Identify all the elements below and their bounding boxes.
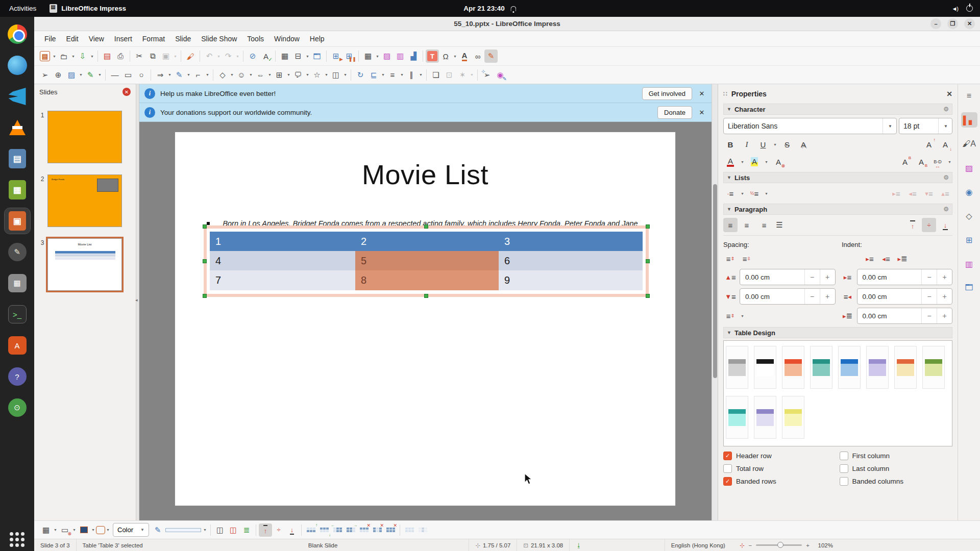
line-spacing-icon[interactable]: ≡⇕ [723, 309, 738, 323]
curve-dropdown[interactable]: ▼ [186, 68, 191, 82]
font-size-combobox[interactable]: 18 pt▼ [899, 118, 952, 134]
views-dropdown[interactable]: ▼ [305, 49, 310, 63]
table-style-option[interactable] [838, 346, 861, 389]
zoom-pan-icon[interactable]: ⊕ [52, 68, 65, 82]
dock-libreoffice-writer[interactable]: ▤ [5, 146, 30, 171]
block-arrows-dropdown[interactable]: ▼ [267, 68, 273, 82]
insert-row-below-icon[interactable]: ↓ [317, 523, 331, 537]
table-cell[interactable]: 7 [210, 270, 355, 290]
select-table-icon[interactable] [403, 523, 416, 537]
table-dropdown[interactable]: ▼ [375, 49, 380, 63]
redo-icon[interactable]: ↷ [222, 49, 235, 63]
tab-animation[interactable]: ▥ [961, 256, 977, 271]
notification-1-close-icon[interactable]: ✕ [697, 89, 706, 98]
paste-icon[interactable]: ▣ [159, 49, 173, 63]
zoom-percentage[interactable]: 102% [814, 542, 833, 548]
align-justify-icon[interactable]: ☰ [772, 218, 787, 232]
menu-view[interactable]: View [84, 33, 109, 45]
header-row-checkbox[interactable]: ✓Header row [723, 452, 837, 460]
ellipse-icon[interactable]: ○ [135, 68, 148, 82]
focused-app[interactable]: LibreOffice Impress [50, 4, 126, 13]
table-cell-selected[interactable]: 8 [355, 270, 499, 290]
callouts-dropdown[interactable]: ▼ [305, 68, 310, 82]
unordered-list-dropdown[interactable]: ▼ [740, 187, 745, 200]
shadow-text-icon[interactable]: A [796, 137, 811, 152]
demote-icon[interactable]: ▸≡ [889, 186, 903, 201]
handle-bottom-right[interactable] [646, 294, 650, 298]
dock-chrome[interactable] [5, 21, 30, 47]
indent-before-minus[interactable]: − [921, 269, 937, 285]
connector-icon[interactable]: ⌐ [191, 68, 205, 82]
paragraph-section-header[interactable]: ▼Paragraph ⚙ [723, 204, 952, 215]
slide-page[interactable]: Movie List Born in Los Angeles, Bridget … [175, 132, 676, 506]
menu-window[interactable]: Window [269, 33, 305, 45]
borders-icon[interactable] [96, 526, 105, 534]
unordered-list-icon[interactable]: ∙≡ [723, 186, 738, 201]
special-character-icon[interactable]: Ω [439, 49, 452, 63]
hyperlink-icon[interactable]: ∞ [471, 49, 484, 63]
table-style-option[interactable] [726, 346, 748, 389]
fontwork-icon[interactable]: A [458, 49, 471, 63]
stars-icon[interactable]: ☆ [310, 68, 324, 82]
insert-media-icon[interactable]: ▥ [394, 49, 407, 63]
increase-font-size-icon[interactable]: A [922, 137, 936, 152]
arrange-dropdown[interactable]: ▼ [399, 68, 405, 82]
lists-settings-icon[interactable]: ⚙ [943, 174, 949, 181]
select-icon[interactable]: ➢ [38, 68, 52, 82]
tab-styles[interactable]: 🖌A [961, 136, 977, 152]
table-cell[interactable]: 3 [499, 232, 643, 251]
undo-icon[interactable]: ↶ [203, 49, 216, 63]
total-row-checkbox[interactable]: Total row [723, 464, 837, 473]
window-title-bar[interactable]: 55_10.pptx - LibreOffice Impress – ❐ ✕ [34, 17, 980, 31]
table-style-option[interactable] [922, 346, 945, 389]
new-dropdown[interactable]: ▼ [52, 49, 57, 63]
table-style-option[interactable] [866, 346, 889, 389]
character-settings-icon[interactable]: ⚙ [943, 106, 949, 113]
handle-top-left[interactable] [203, 224, 207, 229]
area-style-select[interactable]: Color▼ [113, 523, 149, 537]
handle-bottom-center[interactable] [424, 294, 428, 298]
paste-dropdown[interactable]: ▼ [173, 49, 178, 63]
crop-icon[interactable]: ⊡ [443, 68, 456, 82]
spacing-below-field[interactable]: 0.00 cm − + [740, 288, 836, 305]
vscroll-thumb[interactable] [713, 184, 717, 378]
first-column-checkbox[interactable]: First column [840, 452, 953, 460]
table-style-option[interactable] [782, 346, 804, 389]
border-color-dropdown[interactable]: ▼ [90, 523, 96, 537]
insert-table-icon[interactable]: ▦ [361, 49, 375, 63]
lines-arrows-icon[interactable]: ⇒ [154, 68, 167, 82]
line-color-dropdown[interactable]: ▼ [97, 68, 103, 82]
3d-objects-icon[interactable]: ◫ [329, 68, 342, 82]
display-views-icon[interactable]: ⊟ [291, 49, 305, 63]
align-dropdown[interactable]: ▼ [380, 68, 386, 82]
cursor-position-status[interactable]: ⊹1.75 / 5.07 [469, 539, 517, 551]
slide-thumbnail-3[interactable]: 3 Movie List [37, 238, 132, 291]
table-style-option[interactable] [782, 396, 804, 439]
switch-indent-icon[interactable]: ▸≣ [895, 252, 910, 266]
font-name-combobox[interactable]: Liberation Sans▼ [723, 118, 897, 134]
insert-column-after-icon[interactable]: → [344, 523, 357, 537]
indent-first-plus[interactable]: + [937, 308, 952, 323]
draw-functions-icon[interactable]: 🗔 [310, 49, 324, 63]
redo-dropdown[interactable]: ▼ [235, 49, 240, 63]
decrease-indent-icon[interactable]: ◂≡ [879, 252, 893, 266]
fill-style-icon[interactable]: ✎ [151, 523, 164, 537]
spacing-below-minus[interactable]: − [804, 289, 820, 304]
center-vertically-icon[interactable]: ÷ [922, 218, 936, 232]
symbol-shapes-dropdown[interactable]: ▼ [248, 68, 254, 82]
banded-rows-checkbox[interactable]: ✓Banded rows [723, 477, 837, 486]
fill-color-dropdown[interactable]: ▼ [78, 68, 84, 82]
filter-icon[interactable]: ✶ [456, 68, 469, 82]
character-section-header[interactable]: ▼Character ⚙ [723, 104, 952, 115]
slide-thumbnail-2[interactable]: 2 Bridget Fonda [37, 174, 132, 227]
table-design-section-header[interactable]: ▼Table Design [723, 327, 952, 338]
center-vertically-cell-icon[interactable]: ÷ [272, 523, 285, 537]
system-tray[interactable]: ◄) [951, 5, 973, 12]
decrease-spacing-icon[interactable]: ≡⇳ [740, 252, 754, 266]
donate-button[interactable]: Donate [657, 106, 692, 119]
fit-slide-icon[interactable]: ⊹ [740, 542, 745, 549]
display-grid-icon[interactable]: ▦ [278, 49, 291, 63]
save-dropdown[interactable]: ▼ [89, 49, 95, 63]
open-icon[interactable]: 🗀 [57, 49, 70, 63]
object-size-status[interactable]: ⊡21.91 x 3.08 [517, 539, 569, 551]
